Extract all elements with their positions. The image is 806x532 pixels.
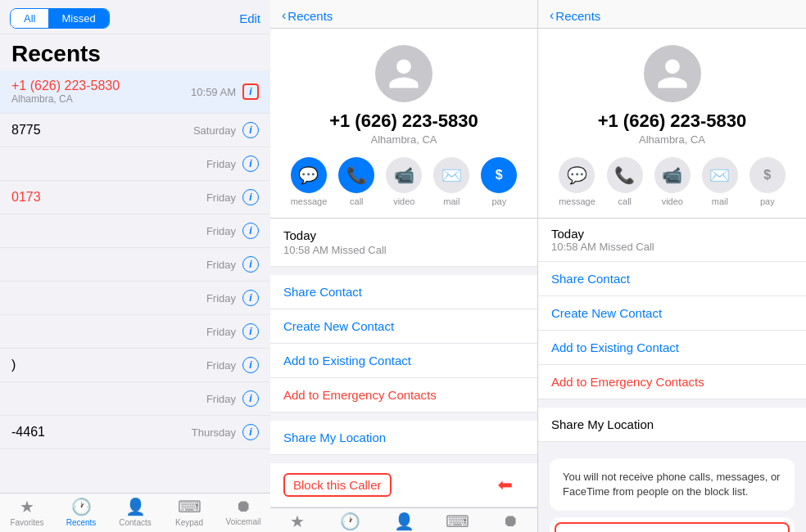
share-contact-item[interactable]: Share Contact <box>270 275 537 309</box>
tab-favorites-mid[interactable]: ★ Favorites <box>270 512 324 532</box>
right-share-location-item[interactable]: Share My Location <box>538 408 806 442</box>
info-icon[interactable]: i <box>242 223 259 239</box>
right-action-message[interactable]: 💬 message <box>559 157 595 206</box>
add-emergency-item[interactable]: Add to Emergency Contacts <box>270 378 537 413</box>
tab-favorites[interactable]: ★ Favorites <box>0 497 54 527</box>
list-item[interactable]: ) Friday i <box>0 349 270 382</box>
right-action-call[interactable]: 📞 call <box>607 157 643 206</box>
item-right: Friday i <box>206 357 259 373</box>
block-this-caller-btn[interactable]: Block this Caller <box>283 473 392 497</box>
info-icon[interactable]: i <box>242 122 259 138</box>
info-icon[interactable]: i <box>242 189 259 205</box>
info-icon[interactable]: i <box>242 357 259 373</box>
back-button[interactable]: ‹ Recents <box>282 8 333 23</box>
action-pay[interactable]: $ pay <box>481 157 517 206</box>
back-label: Recents <box>288 9 333 23</box>
item-day: Friday <box>206 192 236 204</box>
item-day: Friday <box>206 158 236 170</box>
right-create-contact[interactable]: Create New Contact <box>538 296 806 331</box>
tab-recents-mid[interactable]: 🕐 Recents <box>324 512 377 532</box>
right-add-existing[interactable]: Add to Existing Contact <box>538 331 806 365</box>
mid-contact-section: +1 (626) 223-5830 Alhambra, CA 💬 message… <box>270 29 537 219</box>
left-panel: All Missed Edit Recents +1 (626) 223-583… <box>0 0 270 532</box>
right-pay-icon: $ <box>749 157 786 193</box>
info-icon[interactable]: i <box>242 323 259 340</box>
right-video-label: video <box>662 196 683 206</box>
right-action-mail[interactable]: ✉️ mail <box>702 157 738 206</box>
share-location-item[interactable]: Share My Location <box>270 421 537 455</box>
action-call[interactable]: 📞 call <box>338 157 374 206</box>
right-call-date: Today <box>551 227 793 241</box>
list-item[interactable]: 0173 Friday i <box>0 181 270 214</box>
list-item[interactable]: Friday i <box>0 147 270 181</box>
item-right: Friday i <box>206 256 259 273</box>
item-right: Friday i <box>206 223 259 239</box>
right-contact-location: Alhambra, CA <box>639 133 705 146</box>
block-dialog-buttons: ➡ Block Contact Cancel <box>550 517 795 532</box>
recents-title: Recents <box>0 34 270 70</box>
tab-contacts-mid[interactable]: 👤 Contacts <box>377 512 430 532</box>
tab-missed[interactable]: Missed <box>48 9 108 28</box>
right-back-label: Recents <box>555 9 600 23</box>
info-icon[interactable]: i <box>242 83 259 100</box>
list-item[interactable]: -4461 Thursday i ➡ <box>0 416 270 449</box>
item-day: Friday <box>206 259 236 271</box>
tab-contacts-label: Contacts <box>119 518 151 527</box>
info-icon[interactable]: i <box>242 156 259 172</box>
tab-voicemail-mid[interactable]: ⏺ Voicemail <box>484 512 537 532</box>
list-item[interactable]: +1 (626) 223-5830 Alhambra, CA 10:59 AM … <box>0 70 270 114</box>
list-item[interactable]: Friday i <box>0 214 270 248</box>
item-right: Thursday i <box>192 424 259 440</box>
block-caller-item[interactable]: Block this Caller ➡ <box>270 463 537 507</box>
block-section: Block this Caller ➡ <box>270 463 537 507</box>
create-contact-item[interactable]: Create New Contact <box>270 309 537 344</box>
right-call-icon: 📞 <box>607 157 643 193</box>
info-icon[interactable]: i <box>242 256 259 273</box>
list-item[interactable]: Friday i <box>0 382 270 416</box>
voicemail-icon: ⏺ <box>235 497 251 516</box>
tab-keypad[interactable]: ⌨ Keypad <box>162 497 216 527</box>
action-message[interactable]: 💬 message <box>291 157 328 206</box>
item-right: Friday i <box>206 290 259 306</box>
item-right: Friday i <box>206 156 259 172</box>
right-mail-icon: ✉️ <box>702 157 738 193</box>
list-item[interactable]: Friday i <box>0 248 270 282</box>
tab-voicemail[interactable]: ⏺ Voicemail <box>216 497 270 527</box>
info-icon[interactable]: i <box>242 424 259 440</box>
action-mail[interactable]: ✉️ mail <box>433 157 469 206</box>
add-existing-item[interactable]: Add to Existing Contact <box>270 344 537 378</box>
item-right: 10:59 AM i <box>191 83 259 100</box>
contacts-icon-mid: 👤 <box>394 512 414 531</box>
pink-arrow-icon: ➡ <box>498 475 513 496</box>
call-label: call <box>350 196 364 206</box>
action-video[interactable]: 📹 video <box>386 157 422 206</box>
contact-menu: Share Contact Create New Contact Add to … <box>270 275 537 413</box>
right-action-video[interactable]: 📹 video <box>654 157 691 206</box>
item-info: ) <box>11 358 16 372</box>
right-action-pay[interactable]: $ pay <box>749 157 786 206</box>
tab-bar: ★ Favorites 🕐 Recents 👤 Contacts ⌨ Keypa… <box>0 493 270 532</box>
item-day: Friday <box>206 326 236 338</box>
item-right: Saturday i <box>193 122 259 138</box>
info-icon[interactable]: i <box>242 290 259 306</box>
tab-voicemail-label: Voicemail <box>226 517 261 526</box>
recents-icon-mid: 🕐 <box>340 512 360 531</box>
right-back-button[interactable]: ‹ Recents <box>550 8 600 23</box>
item-info: -4461 <box>11 425 45 440</box>
tab-keypad-mid[interactable]: ⌨ Keypad <box>431 512 484 532</box>
tab-group[interactable]: All Missed <box>10 8 110 29</box>
message-label: message <box>291 196 328 206</box>
contact-location: Alhambra, CA <box>371 133 437 146</box>
list-item[interactable]: 8775 Saturday i <box>0 114 270 147</box>
right-call-time: 10:58 AM Missed Call <box>551 241 793 253</box>
right-share-contact[interactable]: Share Contact <box>538 262 806 296</box>
tab-all[interactable]: All <box>11 9 48 28</box>
info-icon[interactable]: i <box>242 390 259 407</box>
list-item[interactable]: Friday i <box>0 282 270 315</box>
tab-recents[interactable]: 🕐 Recents <box>54 497 108 527</box>
edit-button[interactable]: Edit <box>239 11 260 25</box>
right-add-emergency[interactable]: Add to Emergency Contacts <box>538 365 806 399</box>
tab-contacts[interactable]: 👤 Contacts <box>108 497 162 527</box>
block-contact-button[interactable]: Block Contact <box>555 522 790 532</box>
list-item[interactable]: Friday i <box>0 315 270 349</box>
